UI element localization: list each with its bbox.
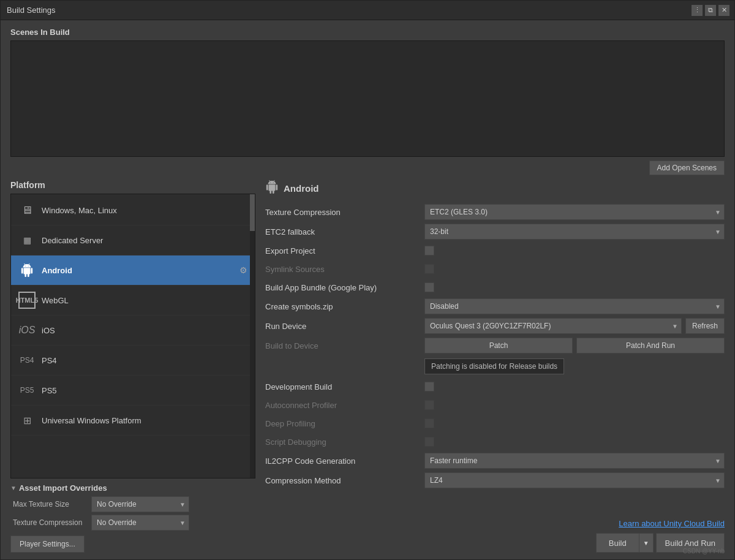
right-panel: Android Texture Compression ETC2 (GLES 3… [255, 180, 725, 553]
asset-import-header[interactable]: ▼ Asset Import Overrides [10, 483, 255, 493]
run-device-select[interactable]: Oculus Quest 3 (2G0YC1ZF7R02LF) [424, 318, 682, 334]
window-controls: ⋮ ⧉ ✕ [692, 5, 729, 16]
bottom-right: Learn about Unity Cloud Build Build ▼ Bu… [265, 514, 725, 553]
build-to-device-value: Patch Patch And Run [424, 338, 725, 354]
compression-method-select[interactable]: Default LZ4 LZ4HC [424, 472, 725, 488]
refresh-button[interactable]: Refresh [685, 318, 725, 334]
development-build-row: Development Build [265, 379, 725, 394]
symlink-sources-value [424, 264, 725, 274]
patching-disabled-message: Patching is disabled for Release builds [424, 358, 564, 374]
deep-profiling-label: Deep Profiling [265, 419, 424, 428]
platform-name-webgl: WebGL [42, 296, 69, 305]
symlink-sources-checkbox [424, 264, 434, 274]
ps4-icon: PS4 [18, 352, 36, 369]
export-project-label: Export Project [265, 246, 424, 255]
create-symbols-zip-label: Create symbols.zip [265, 302, 424, 311]
cloud-build-link[interactable]: Learn about Unity Cloud Build [265, 519, 725, 528]
window-title: Build Settings [7, 6, 56, 15]
dedicated-server-icon: ▦ [18, 232, 36, 249]
il2cpp-wrapper: Faster runtime Faster (smaller) builds ▼ [424, 453, 725, 469]
asset-import-row-max-texture: Max Texture Size No Override 32 64 128 ▼ [13, 496, 255, 512]
uwp-icon: ⊞ [18, 412, 36, 429]
autoconnect-profiler-value [424, 400, 725, 410]
platform-item-uwp[interactable]: ⊞ Universal Windows Platform [11, 406, 255, 436]
etc2-fallback-select[interactable]: 32-bit 16-bit 32-bit (downscaled) [424, 224, 725, 240]
max-texture-select[interactable]: No Override 32 64 128 [91, 496, 189, 512]
create-symbols-select[interactable]: Disabled Public Debugging [424, 298, 725, 314]
platform-name-android: Android [42, 266, 72, 275]
compression-method-label: Compression Method [265, 476, 424, 485]
il2cpp-select[interactable]: Faster runtime Faster (smaller) builds [424, 453, 725, 469]
platform-item-windows[interactable]: 🖥 Windows, Mac, Linux [11, 195, 255, 225]
build-app-bundle-row: Build App Bundle (Google Play) [265, 280, 725, 295]
platform-list: 🖥 Windows, Mac, Linux ▦ Dedicated Server [10, 194, 255, 479]
script-debugging-row: Script Debugging [265, 434, 725, 449]
left-panel: Platform 🖥 Windows, Mac, Linux ▦ Dedicat… [10, 180, 255, 553]
platform-item-webgl[interactable]: HTML5 WebGL [11, 286, 255, 316]
max-texture-dropdown-wrapper: No Override 32 64 128 ▼ [91, 496, 189, 512]
create-symbols-wrapper: Disabled Public Debugging ▼ [424, 298, 725, 314]
more-button[interactable]: ⋮ [692, 5, 703, 16]
development-build-value [424, 382, 725, 392]
texture-compression-select[interactable]: ETC2 (GLES 3.0) DXT (Tegra) PVRTC (iPhon… [424, 204, 725, 220]
asset-import-section: ▼ Asset Import Overrides Max Texture Siz… [10, 483, 255, 531]
platform-item-ps4[interactable]: PS4 PS4 [11, 346, 255, 376]
platform-name-ios: iOS [42, 326, 55, 335]
texture-compression-wrapper: ETC2 (GLES 3.0) DXT (Tegra) PVRTC (iPhon… [424, 204, 725, 220]
triangle-icon: ▼ [10, 485, 17, 491]
texture-compression-row: Texture Compression ETC2 (GLES 3.0) DXT … [265, 204, 725, 220]
close-button[interactable]: ✕ [718, 5, 729, 16]
platform-list-inner: 🖥 Windows, Mac, Linux ▦ Dedicated Server [11, 194, 255, 437]
autoconnect-profiler-checkbox [424, 400, 434, 410]
texture-compression-import-label: Texture Compression [13, 518, 86, 527]
export-project-checkbox[interactable] [424, 246, 434, 255]
compression-method-row: Compression Method Default LZ4 LZ4HC ▼ [265, 472, 725, 488]
platform-name-dedicated-server: Dedicated Server [42, 236, 103, 245]
patch-and-run-button[interactable]: Patch And Run [576, 338, 725, 354]
symlink-sources-label: Symlink Sources [265, 265, 424, 274]
restore-button[interactable]: ⧉ [705, 5, 716, 16]
scrollbar-track [250, 194, 255, 478]
symlink-sources-row: Symlink Sources [265, 262, 725, 276]
create-symbols-zip-row: Create symbols.zip Disabled Public Debug… [265, 298, 725, 314]
build-app-bundle-checkbox[interactable] [424, 282, 434, 292]
compression-method-value: Default LZ4 LZ4HC ▼ [424, 472, 725, 488]
platform-name-uwp: Universal Windows Platform [42, 416, 141, 425]
ps5-icon: PS5 [18, 382, 36, 399]
compression-method-wrapper: Default LZ4 LZ4HC ▼ [424, 472, 725, 488]
development-build-checkbox[interactable] [424, 382, 434, 392]
add-open-scenes-button[interactable]: Add Open Scenes [649, 161, 725, 175]
texture-compression-import-select[interactable]: No Override ETC2 ASTC [91, 515, 189, 531]
asset-import-label: Asset Import Overrides [19, 483, 107, 493]
asset-import-rows: Max Texture Size No Override 32 64 128 ▼ [10, 496, 255, 531]
platform-name-windows: Windows, Mac, Linux [42, 206, 117, 215]
platform-item-android[interactable]: Android ⚙ [11, 255, 255, 286]
android-panel-icon [265, 180, 279, 197]
scenes-list [10, 40, 725, 157]
deep-profiling-value [424, 418, 725, 428]
platform-name-ps5: PS5 [42, 386, 57, 395]
patching-disabled-value: Patching is disabled for Release builds [424, 357, 725, 376]
platform-item-ps5[interactable]: PS5 PS5 [11, 376, 255, 406]
texture-compression-import-wrapper: No Override ETC2 ASTC ▼ [91, 515, 189, 531]
platform-name-ps4: PS4 [42, 356, 57, 365]
android-header: Android [265, 180, 725, 197]
watermark: CSDN @YY-nb [0, 548, 729, 557]
android-settings-icon: ⚙ [239, 265, 247, 275]
webgl-icon: HTML5 [18, 292, 36, 309]
export-project-row: Export Project [265, 243, 725, 258]
platform-item-ios[interactable]: iOS iOS [11, 316, 255, 346]
scrollbar-thumb[interactable] [250, 194, 255, 231]
platform-label: Platform [10, 180, 255, 190]
deep-profiling-row: Deep Profiling [265, 416, 725, 431]
run-device-wrapper: Oculus Quest 3 (2G0YC1ZF7R02LF) ▼ [424, 318, 682, 334]
etc2-fallback-value: 32-bit 16-bit 32-bit (downscaled) ▼ [424, 224, 725, 240]
build-app-bundle-value [424, 282, 725, 292]
main-content: Scenes In Build Add Open Scenes Platform… [1, 20, 734, 559]
autoconnect-profiler-row: Autoconnect Profiler [265, 398, 725, 412]
patch-button[interactable]: Patch [424, 338, 573, 354]
platform-item-dedicated-server[interactable]: ▦ Dedicated Server [11, 225, 255, 255]
deep-profiling-checkbox [424, 418, 434, 428]
create-symbols-zip-value: Disabled Public Debugging ▼ [424, 298, 725, 314]
ios-icon: iOS [18, 322, 36, 339]
